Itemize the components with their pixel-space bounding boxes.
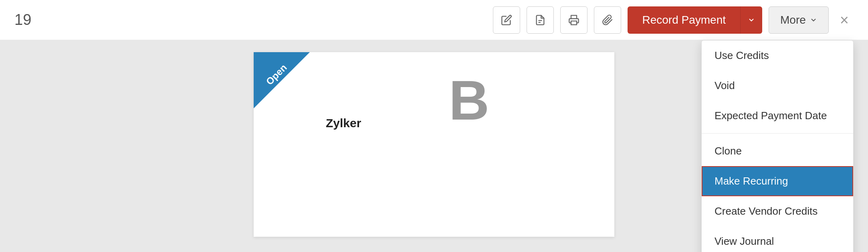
record-payment-btn-group: Record Payment (628, 6, 762, 34)
menu-item-expected-payment-date[interactable]: Expected Payment Date (702, 101, 853, 131)
more-chevron-down-icon (810, 16, 817, 24)
record-payment-button[interactable]: Record Payment (628, 6, 740, 34)
print-icon (568, 14, 579, 26)
more-label: More (780, 14, 806, 26)
print-button[interactable] (560, 6, 587, 34)
edit-icon (501, 14, 512, 26)
page-container: 19 (0, 0, 868, 252)
attach-button[interactable] (594, 6, 621, 34)
menu-item-void[interactable]: Void (702, 71, 853, 101)
dropdown-divider-1 (702, 133, 853, 134)
more-dropdown-menu: Use Credits Void Expected Payment Date C… (701, 40, 854, 252)
menu-item-clone[interactable]: Clone (702, 136, 853, 166)
menu-item-view-journal[interactable]: View Journal (702, 226, 853, 252)
chevron-down-icon (748, 16, 755, 24)
menu-item-use-credits[interactable]: Use Credits (702, 41, 853, 71)
more-button[interactable]: More (769, 6, 829, 34)
menu-item-create-vendor-credits[interactable]: Create Vendor Credits (702, 196, 853, 226)
top-bar-actions: Record Payment More × (493, 6, 854, 34)
close-button[interactable]: × (835, 12, 854, 28)
top-bar: 19 (0, 0, 868, 40)
company-name: Zylker (326, 116, 361, 130)
decorative-b: B (449, 72, 489, 128)
record-payment-dropdown-button[interactable] (740, 6, 762, 34)
attach-icon (602, 14, 613, 26)
page-number: 19 (14, 11, 31, 28)
menu-item-make-recurring[interactable]: Make Recurring (702, 166, 853, 196)
document-paper: Open Zylker (254, 52, 614, 237)
edit-button[interactable] (493, 6, 520, 34)
status-ribbon-text: Open (254, 52, 299, 97)
svg-rect-2 (571, 21, 577, 24)
pdf-icon (535, 14, 546, 26)
pdf-button[interactable] (527, 6, 554, 34)
